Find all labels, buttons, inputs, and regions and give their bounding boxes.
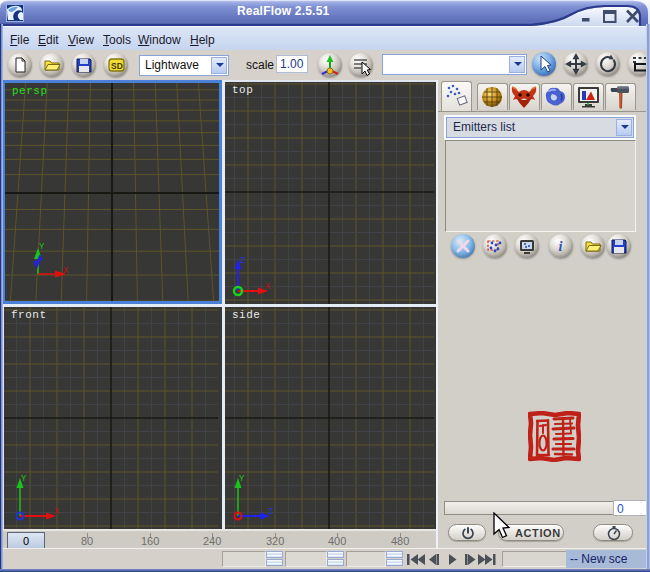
svg-text:SD: SD: [111, 61, 123, 71]
svg-text:X: X: [54, 507, 60, 517]
svg-text:Y: Y: [21, 474, 27, 484]
svg-text:Y: Y: [39, 242, 45, 252]
svg-text:Z: Z: [268, 507, 274, 517]
svg-text:X: X: [265, 282, 271, 292]
svg-text:X: X: [63, 266, 69, 276]
svg-text:i: i: [559, 239, 563, 254]
svg-text:Y: Y: [239, 474, 245, 484]
svg-text:Z: Z: [240, 256, 246, 266]
